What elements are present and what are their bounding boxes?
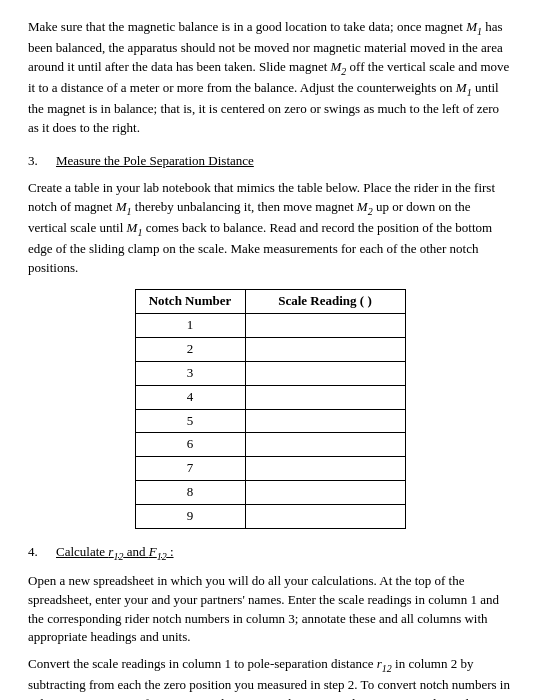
col1-header: Notch Number <box>135 290 245 314</box>
col2-header: Scale Reading ( ) <box>245 290 405 314</box>
section3-paragraph1: Create a table in your lab notebook that… <box>28 179 512 278</box>
scale-reading-cell <box>245 361 405 385</box>
section4-header: 4. Calculate r12 and F12 : <box>28 543 512 564</box>
table-row: 8 <box>135 481 405 505</box>
notch-number-cell: 4 <box>135 385 245 409</box>
notch-number-cell: 3 <box>135 361 245 385</box>
table-row: 3 <box>135 361 405 385</box>
section3-header: 3. Measure the Pole Separation Distance <box>28 152 512 171</box>
scale-reading-cell <box>245 385 405 409</box>
notch-number-cell: 1 <box>135 314 245 338</box>
section3-title: Measure the Pole Separation Distance <box>56 152 254 171</box>
table-row: 1 <box>135 314 405 338</box>
scale-reading-cell <box>245 409 405 433</box>
section4-paragraph1: Open a new spreadsheet in which you will… <box>28 572 512 647</box>
scale-reading-cell <box>245 481 405 505</box>
table-row: 5 <box>135 409 405 433</box>
measurements-table: Notch Number Scale Reading ( ) 123456789 <box>135 289 406 528</box>
notch-number-cell: 6 <box>135 433 245 457</box>
notch-number-cell: 2 <box>135 338 245 362</box>
table-row: 7 <box>135 457 405 481</box>
table-row: 4 <box>135 385 405 409</box>
table-row: 2 <box>135 338 405 362</box>
table-row: 6 <box>135 433 405 457</box>
section4-paragraph2: Convert the scale readings in column 1 t… <box>28 655 512 700</box>
section4-number: 4. <box>28 543 48 564</box>
scale-reading-cell <box>245 433 405 457</box>
notch-number-cell: 9 <box>135 504 245 528</box>
section4-title: Calculate r12 and F12 : <box>56 543 174 564</box>
table-row: 9 <box>135 504 405 528</box>
intro-paragraph: Make sure that the magnetic balance is i… <box>28 18 512 138</box>
section3-number: 3. <box>28 152 48 171</box>
scale-reading-cell <box>245 457 405 481</box>
notch-number-cell: 8 <box>135 481 245 505</box>
scale-reading-cell <box>245 504 405 528</box>
notch-number-cell: 7 <box>135 457 245 481</box>
notch-number-cell: 5 <box>135 409 245 433</box>
data-table-container: Notch Number Scale Reading ( ) 123456789 <box>28 289 512 528</box>
scale-reading-cell <box>245 314 405 338</box>
scale-reading-cell <box>245 338 405 362</box>
